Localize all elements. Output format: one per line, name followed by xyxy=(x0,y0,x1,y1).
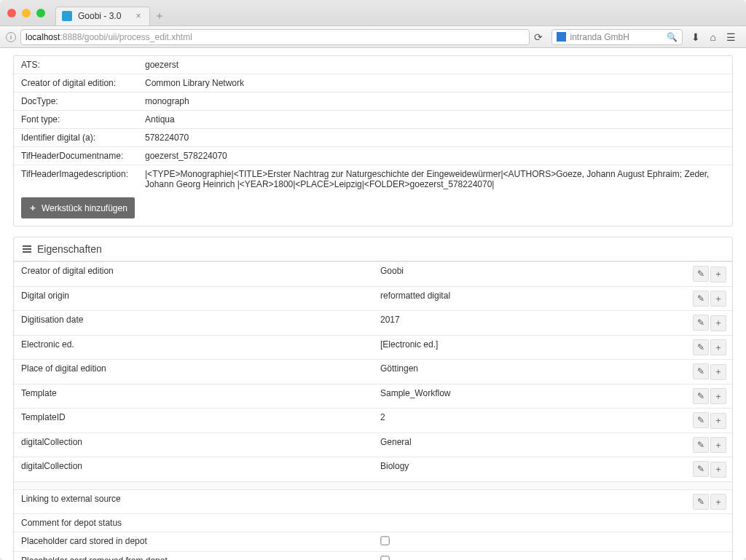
titlebar: Goobi - 3.0 × ＋ xyxy=(0,0,746,26)
edit-button[interactable]: ✎ xyxy=(693,388,709,404)
property-row: Placeholder card stored in depot xyxy=(14,532,732,552)
add-button[interactable]: ＋ xyxy=(710,462,726,478)
edit-button[interactable]: ✎ xyxy=(693,291,709,307)
traffic-lights xyxy=(7,9,45,17)
add-button[interactable]: ＋ xyxy=(710,437,726,453)
property-value: 2 xyxy=(373,409,686,433)
edit-button[interactable]: ✎ xyxy=(693,339,709,355)
search-engine-icon xyxy=(557,32,566,42)
workpiece-row: ATS:goezerst xyxy=(14,56,732,74)
property-actions: ✎＋ xyxy=(686,262,732,287)
add-button[interactable]: ＋ xyxy=(710,413,726,429)
property-key: TemplateID xyxy=(14,409,373,433)
properties-panel: Eigenschaften Creator of digital edition… xyxy=(13,237,733,560)
workpiece-value: goezerst xyxy=(138,56,732,74)
property-actions-empty xyxy=(686,532,732,552)
edit-button[interactable]: ✎ xyxy=(693,363,709,379)
workpiece-row: Font type:Antiqua xyxy=(14,111,732,129)
properties-heading: Eigenschaften xyxy=(14,237,732,261)
property-value xyxy=(373,532,686,552)
magnifier-icon: 🔍 xyxy=(667,32,678,42)
url-rest: :8888/goobi/uii/process_edit.xhtml xyxy=(60,32,192,42)
tab-close-icon[interactable]: × xyxy=(136,11,141,21)
add-button[interactable]: ＋ xyxy=(710,315,726,331)
workpiece-value: 578224070 xyxy=(138,129,732,147)
downloads-icon[interactable]: ⬇ xyxy=(691,31,700,43)
property-row: Linking to external source✎＋ xyxy=(14,489,732,514)
property-key: Electronic ed. xyxy=(14,335,373,360)
content-area: ATS:goezerstCreator of digital edition:C… xyxy=(0,48,746,560)
spacer xyxy=(14,481,732,489)
property-value: reformatted digital xyxy=(373,286,686,311)
add-button[interactable]: ＋ xyxy=(710,291,726,307)
property-value xyxy=(373,552,686,561)
edit-button[interactable]: ✎ xyxy=(693,437,709,453)
add-workpiece-button[interactable]: ＋ Werkstück hinzufügen xyxy=(21,197,135,218)
property-row: TemplateSample_Workflow✎＋ xyxy=(14,384,732,409)
browser-toolbar-icons: ⬇ ⌂ ☰ xyxy=(687,31,740,43)
property-actions-empty xyxy=(686,514,732,532)
property-value: Biology xyxy=(373,457,686,482)
workpiece-key: Creator of digital edition: xyxy=(14,74,138,92)
property-value: Sample_Workflow xyxy=(373,384,686,409)
add-button[interactable]: ＋ xyxy=(710,339,726,355)
edit-button[interactable]: ✎ xyxy=(693,461,709,477)
add-button[interactable]: ＋ xyxy=(710,364,726,380)
property-checkbox[interactable] xyxy=(380,556,389,560)
tab-title: Goobi - 3.0 xyxy=(78,11,121,21)
window-maximize-icon[interactable] xyxy=(36,9,45,17)
workpiece-key: Font type: xyxy=(14,111,138,129)
browser-search-field[interactable]: intranda GmbH 🔍 xyxy=(551,29,683,45)
window-minimize-icon[interactable] xyxy=(22,9,31,17)
property-actions: ✎＋ xyxy=(686,335,732,360)
new-tab-button[interactable]: ＋ xyxy=(154,9,165,23)
menu-icon[interactable]: ☰ xyxy=(726,31,736,43)
property-key: Digitisation date xyxy=(14,311,373,336)
property-row: Digital originreformatted digital✎＋ xyxy=(14,286,732,311)
workpiece-row: Creator of digital edition:Common Librar… xyxy=(14,74,732,92)
add-button[interactable]: ＋ xyxy=(710,388,726,404)
property-actions: ✎＋ xyxy=(686,384,732,409)
edit-button[interactable]: ✎ xyxy=(693,494,709,510)
property-key: Template xyxy=(14,384,373,409)
urlbar-row: i localhost:8888/goobi/uii/process_edit.… xyxy=(0,26,746,48)
property-key: Linking to external source xyxy=(14,489,373,514)
property-value xyxy=(373,514,686,532)
workpiece-row: TifHeaderDocumentname:goezerst_578224070 xyxy=(14,147,732,165)
browser-tab[interactable]: Goobi - 3.0 × xyxy=(55,7,150,25)
add-button[interactable]: ＋ xyxy=(710,267,726,283)
property-value: General xyxy=(373,433,686,457)
edit-button[interactable]: ✎ xyxy=(693,266,709,282)
tab-favicon-icon xyxy=(62,11,72,21)
workpiece-value: Common Library Network xyxy=(138,74,732,92)
workpiece-value: |<TYPE>Monographie|<TITLE>Erster Nachtra… xyxy=(138,165,732,194)
edit-button[interactable]: ✎ xyxy=(693,315,709,331)
property-checkbox[interactable] xyxy=(380,536,389,545)
property-actions: ✎＋ xyxy=(686,286,732,311)
property-key: digitalCollection xyxy=(14,433,373,457)
property-row: Digitisation date2017✎＋ xyxy=(14,311,732,336)
workpiece-panel: ATS:goezerstCreator of digital edition:C… xyxy=(13,55,733,226)
search-placeholder: intranda GmbH xyxy=(570,32,629,42)
url-field[interactable]: localhost:8888/goobi/uii/process_edit.xh… xyxy=(20,29,530,45)
property-row: Comment for depot status xyxy=(14,514,732,532)
list-icon xyxy=(23,245,31,253)
window-close-icon[interactable] xyxy=(7,9,16,17)
site-info-icon[interactable]: i xyxy=(6,32,16,42)
property-key: digitalCollection xyxy=(14,457,373,482)
workpiece-value: monograph xyxy=(138,92,732,111)
property-key: Comment for depot status xyxy=(14,514,373,532)
property-key: Digital origin xyxy=(14,286,373,311)
app-window: Goobi - 3.0 × ＋ i localhost:8888/goobi/u… xyxy=(0,0,746,560)
property-value: [Electronic ed.] xyxy=(373,335,686,360)
workpiece-key: ATS: xyxy=(14,56,138,74)
property-row: Creator of digital editionGoobi✎＋ xyxy=(14,262,732,287)
add-button[interactable]: ＋ xyxy=(710,494,726,510)
workpiece-key: DocType: xyxy=(14,92,138,111)
property-value: Goobi xyxy=(373,262,686,287)
properties-heading-label: Eigenschaften xyxy=(37,243,102,255)
property-value: 2017 xyxy=(373,311,686,336)
home-icon[interactable]: ⌂ xyxy=(710,31,716,43)
reload-icon[interactable]: ⟳ xyxy=(534,31,547,43)
edit-button[interactable]: ✎ xyxy=(693,412,709,428)
